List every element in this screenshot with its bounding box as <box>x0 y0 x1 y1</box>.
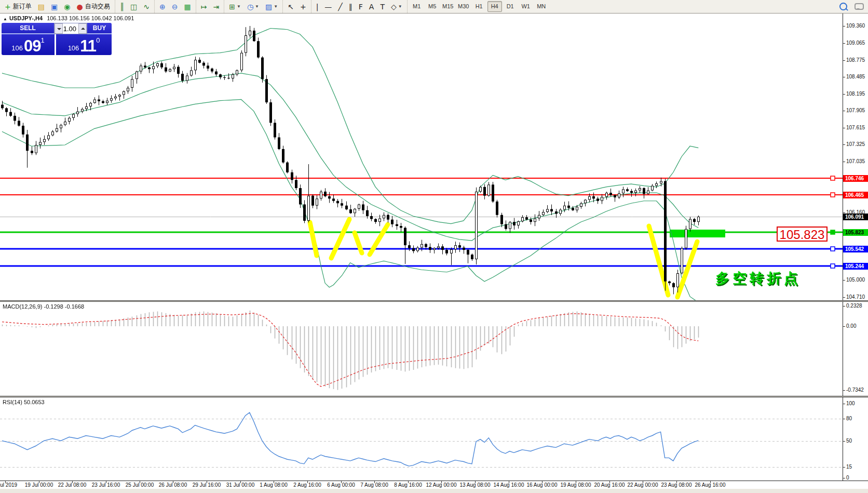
candlestick-chart-icon: ◫ <box>130 3 137 10</box>
timeframe-button-m5[interactable]: M5 <box>425 1 440 12</box>
date-tick-label: 8 Aug 16:00 <box>394 482 422 488</box>
tile-windows-button[interactable]: ▦ <box>182 1 194 12</box>
label-icon: T <box>380 3 385 10</box>
timeframe-button-m1[interactable]: M1 <box>410 1 424 12</box>
macd-canvas[interactable] <box>0 302 843 396</box>
date-tick-label: 26 Aug 16:00 <box>695 482 726 488</box>
volume-increase-button[interactable] <box>78 23 87 34</box>
chat-icon[interactable] <box>855 3 864 10</box>
timeframe-button-h4[interactable]: H4 <box>487 1 502 12</box>
text-button[interactable]: A <box>367 1 377 12</box>
price-tick-label: 105.000 <box>846 277 865 283</box>
channel-button[interactable]: ∥ <box>346 1 355 12</box>
crosshair-button[interactable]: + <box>297 1 309 12</box>
price-axis[interactable]: 109.360109.065108.775108.485108.195107.9… <box>843 14 868 300</box>
text-icon: A <box>369 3 374 10</box>
candlestick-chart-button[interactable]: ◫ <box>128 1 140 12</box>
date-tick-label: 22 Jul 08:00 <box>58 482 87 488</box>
indicators-button[interactable]: ⊞▼ <box>226 1 243 12</box>
autotrading-button[interactable]: ●自动交易 <box>74 1 112 12</box>
axis-tick <box>843 94 845 95</box>
axis-tick <box>843 162 845 162</box>
buy-button[interactable]: BUY <box>87 23 112 34</box>
profile-icon[interactable]: ▣ <box>48 1 60 12</box>
date-tick-label: 31 Jul 00:00 <box>226 482 255 488</box>
macd-axis[interactable]: 0.23280.00-0.7342 <box>843 302 868 396</box>
templates-button[interactable]: ▨▼ <box>263 1 280 12</box>
vertical-line-button[interactable]: | <box>314 1 321 12</box>
dropdown-caret-icon: ▼ <box>274 4 278 9</box>
bar-chart-button[interactable]: ║ <box>117 1 127 12</box>
label-button[interactable]: T <box>377 1 387 12</box>
price-line-label: 105.244 <box>843 263 868 270</box>
timeframe-button-w1[interactable]: W1 <box>519 1 533 12</box>
periods-button[interactable]: ◷▼ <box>245 1 262 12</box>
axis-tick <box>843 467 845 468</box>
buy-price[interactable]: 106 11 0 <box>56 34 112 55</box>
chart-window-icon-icon: ▤ <box>38 3 45 10</box>
rsi-tick-label: 100 <box>846 401 855 406</box>
date-tick-label: 7 Jul 2019 <box>0 482 17 488</box>
date-tick-label: 22 Aug 00:00 <box>628 482 658 488</box>
axis-tick <box>843 478 845 478</box>
main-chart-canvas[interactable] <box>0 14 843 300</box>
auto-scroll-button[interactable]: ↦ <box>198 1 210 12</box>
price-line-label: 105.542 <box>843 246 868 252</box>
price-tick-label: 108.485 <box>846 74 865 79</box>
search-icon[interactable] <box>839 3 847 10</box>
zoom-out-button[interactable]: ⊖ <box>169 1 181 12</box>
rsi-tick-label: 0 <box>846 475 849 481</box>
timeframe-button-m30[interactable]: M30 <box>456 1 471 12</box>
panel-collapse-icon[interactable]: ▲ <box>3 17 7 21</box>
date-tick-label: 23 Jul 16:00 <box>92 482 120 488</box>
sell-button[interactable]: SELL <box>2 23 54 34</box>
date-tick-label: 29 Jul 16:00 <box>193 482 221 488</box>
macd-tick-label: 0.00 <box>846 323 856 329</box>
cursor-button[interactable]: ↖ <box>285 1 296 12</box>
dropdown-caret-icon: ▼ <box>398 4 402 9</box>
axis-tick <box>843 297 845 298</box>
shapes-button[interactable]: ◇▼ <box>388 1 405 12</box>
price-level-callout[interactable]: 105.823 <box>777 226 828 242</box>
crosshair-icon: + <box>300 3 306 10</box>
profile-icon-icon: ▣ <box>51 3 58 10</box>
volume-decrease-button[interactable] <box>55 23 63 34</box>
date-tick-label: 16 Aug 00:00 <box>527 482 558 488</box>
new-order-button[interactable]: +新订单 <box>2 1 34 12</box>
zoom-in-button[interactable]: ⊕ <box>157 1 168 12</box>
rsi-axis[interactable]: 1008050150 <box>843 397 868 481</box>
radar-icon[interactable]: ◉ <box>61 1 73 12</box>
price-tick-label: 109.360 <box>846 23 865 29</box>
timeframe-button-h1[interactable]: H1 <box>472 1 486 12</box>
axis-tick <box>843 306 845 307</box>
sell-price[interactable]: 106 09 1 <box>2 34 55 55</box>
timeframe-button-m15[interactable]: M15 <box>441 1 455 12</box>
axis-tick <box>843 326 845 327</box>
volume-input[interactable]: 1.00 <box>63 23 78 34</box>
fibonacci-button[interactable]: F <box>356 1 365 12</box>
radar-icon-icon: ◉ <box>64 3 70 10</box>
auto-scroll-icon: ↦ <box>201 3 207 10</box>
toolbar: +新订单▤▣◉●自动交易║◫∿⊕⊖▦↦⇥⊞▼◷▼▨▼↖+|—╱∥FAT◇▼ M1… <box>0 0 868 14</box>
turning-point-annotation[interactable]: 多空转折点 <box>715 269 801 288</box>
horizontal-line-button[interactable]: — <box>322 1 334 12</box>
vertical-line-icon: | <box>316 3 319 10</box>
channel-icon: ∥ <box>349 3 352 10</box>
chart-shift-icon: ⇥ <box>213 3 219 10</box>
chart-shift-button[interactable]: ⇥ <box>210 1 222 12</box>
line-chart-button[interactable]: ∿ <box>141 1 152 12</box>
timeframe-button-d1[interactable]: D1 <box>503 1 518 12</box>
window-bottom-strip <box>0 489 868 493</box>
dropdown-caret-icon: ▼ <box>255 4 259 9</box>
autotrading-icon: ● <box>76 3 83 10</box>
date-tick-label: 1 Aug 08:00 <box>260 482 287 488</box>
trendline-button[interactable]: ╱ <box>335 1 345 12</box>
date-axis[interactable]: 7 Jul 201919 Jul 00:0022 Jul 08:0023 Jul… <box>0 481 868 489</box>
rsi-canvas[interactable] <box>0 397 843 481</box>
buy-price-big-figure: 106 <box>68 43 79 54</box>
date-tick-label: 6 Aug 00:00 <box>327 482 355 488</box>
date-tick-label: 7 Aug 08:00 <box>360 482 388 488</box>
date-tick-label: 14 Aug 16:00 <box>494 482 524 488</box>
chart-window-icon[interactable]: ▤ <box>35 1 47 12</box>
timeframe-button-mn[interactable]: MN <box>534 1 549 12</box>
